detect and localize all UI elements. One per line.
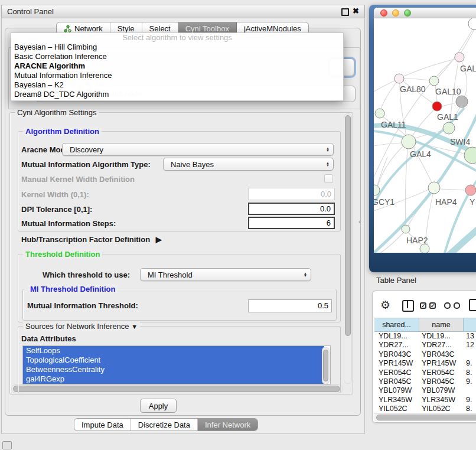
algorithm-option[interactable]: Bayesian – K2 xyxy=(11,80,343,90)
table-cell: YDL19... xyxy=(379,332,407,340)
network-icon xyxy=(64,25,71,32)
network-edge[interactable] xyxy=(461,30,474,53)
network-node[interactable] xyxy=(420,244,429,253)
aracne-mode-value: Discovery xyxy=(70,145,103,154)
algorithm-option[interactable]: Basic Correlation Inference xyxy=(11,52,343,61)
column-header[interactable] xyxy=(464,318,476,332)
tab-impute-data[interactable]: Impute Data xyxy=(74,419,131,431)
table-row[interactable]: YLR345WYLR345W9. xyxy=(374,396,476,405)
tab-label: Infer Network xyxy=(205,420,250,429)
window-minimize-icon[interactable] xyxy=(392,9,399,17)
attribute-item[interactable]: TopologicalCoefficient xyxy=(23,356,324,365)
which-threshold-select[interactable]: MI Threshold ▲▼ xyxy=(140,268,311,281)
which-threshold-label: Which threshold to use: xyxy=(43,270,130,279)
table-row[interactable]: YBR043CYBR043C xyxy=(374,350,476,359)
window-zoom-icon[interactable] xyxy=(404,9,411,17)
network-edge[interactable] xyxy=(442,103,456,106)
aracne-mode-select[interactable]: Discovery ▲▼ xyxy=(62,143,334,156)
manual-kernel-checkbox[interactable] xyxy=(324,174,333,183)
settings-vscroll-thumb[interactable] xyxy=(345,115,351,336)
table-row[interactable]: YIL052CYIL052C8. xyxy=(374,405,476,413)
close-icon[interactable]: ✖ xyxy=(353,6,359,15)
network-node-label: GAL80 xyxy=(400,84,426,94)
table-cell: YLR345W xyxy=(422,396,455,404)
settings-vertical-scrollbar[interactable] xyxy=(344,113,352,384)
select-all-check-icon[interactable]: ✔ xyxy=(420,302,426,309)
deselect-all-icon[interactable] xyxy=(454,302,460,309)
column-header[interactable]: name xyxy=(419,318,464,332)
data-attributes-list[interactable]: SelfLoopsTopologicalCoefficientBetweenne… xyxy=(22,345,331,384)
attribute-item[interactable]: SelfLoops xyxy=(23,346,324,356)
tab-label: Network xyxy=(74,24,103,33)
panel-grip-icon[interactable] xyxy=(2,441,12,449)
tab-discretize-data[interactable]: Discretize Data xyxy=(131,419,198,431)
table-row[interactable]: YBR045CYBR045C9. xyxy=(374,377,476,386)
kernel-width-label: Kernel Width (0,1): xyxy=(21,190,89,199)
mi-algorithm-type-value: Naive Bayes xyxy=(171,160,214,169)
network-node[interactable] xyxy=(375,109,384,118)
table-horizontal-scrollbar[interactable] xyxy=(374,413,476,421)
table-cell: YBR045C xyxy=(422,377,455,386)
table-header-row: shared...name xyxy=(374,318,476,332)
table-panel-title: Table Panel xyxy=(376,276,416,285)
collapse-down-icon[interactable]: ▼ xyxy=(131,323,138,330)
network-edge[interactable] xyxy=(404,79,429,80)
network-node[interactable] xyxy=(465,185,476,195)
table-row[interactable]: YPR145WYPR145W9. xyxy=(374,359,476,368)
network-node[interactable] xyxy=(428,182,440,194)
network-node[interactable] xyxy=(429,76,439,86)
network-node[interactable] xyxy=(456,96,468,107)
apply-button[interactable]: Apply xyxy=(140,399,177,413)
mi-algorithm-type-select[interactable]: Naive Bayes ▲▼ xyxy=(163,158,334,171)
network-node[interactable] xyxy=(402,225,410,233)
table-row[interactable]: YER054CYER054C8. xyxy=(374,369,476,377)
algorithm-option[interactable]: ARACNE Algorithm xyxy=(11,61,343,71)
column-header[interactable]: shared... xyxy=(374,318,419,332)
network-node[interactable] xyxy=(443,122,455,134)
network-edge[interactable] xyxy=(374,143,402,146)
splitter-collapse-icon[interactable]: ‹ xyxy=(358,218,361,225)
table-cell: YIL052C xyxy=(379,405,407,413)
algorithm-option[interactable]: Dream8 DC_TDC Algorithm xyxy=(11,90,343,99)
deselect-all-icon[interactable] xyxy=(444,302,451,309)
network-node[interactable] xyxy=(468,18,476,30)
network-edge-highlight[interactable] xyxy=(449,228,476,253)
network-canvas[interactable]: GAL7GAL80GAL10GAL1GAL11GAL4SWI4GCY1HAP4Y… xyxy=(374,18,476,253)
tab-label: Discretize Data xyxy=(138,420,190,429)
kernel-width-input[interactable]: 0.0 xyxy=(248,188,335,200)
attributes-scroll-thumb[interactable] xyxy=(323,350,328,381)
network-node[interactable] xyxy=(395,74,404,83)
attributes-list-scrollbar[interactable] xyxy=(322,347,330,384)
table-row[interactable]: YDL19...YDL19...13 xyxy=(374,332,476,341)
attribute-item[interactable]: BetweennessCentrality xyxy=(23,365,324,374)
tab-label: Style xyxy=(118,24,135,33)
network-node[interactable] xyxy=(402,135,416,149)
table-cell: 12 xyxy=(466,341,474,349)
select-all-check-icon[interactable]: ✔ xyxy=(429,302,436,309)
network-edge[interactable] xyxy=(440,189,465,190)
table-row[interactable]: YDR27...YDR27...12 xyxy=(374,341,476,350)
network-node[interactable] xyxy=(455,53,464,62)
network-node[interactable] xyxy=(432,102,442,111)
window-close-icon[interactable] xyxy=(380,9,387,17)
tab-infer-network[interactable]: Infer Network xyxy=(198,419,257,431)
float-window-icon[interactable] xyxy=(341,8,349,16)
table-row[interactable]: YBL079WYBL079W xyxy=(374,386,476,395)
network-node-label: GCY1 xyxy=(374,197,395,207)
algorithm-option[interactable]: Mutual Information Inference xyxy=(11,71,343,80)
mi-steps-input[interactable]: 6 xyxy=(248,217,335,229)
hub-section-toggle[interactable]: Hub/Transcription Factor Definition ▶ xyxy=(21,235,162,244)
algorithm-option[interactable]: Bayesian – Hill Climbing xyxy=(11,43,343,52)
export-table-icon[interactable] xyxy=(469,299,476,311)
network-node-label: GAL7 xyxy=(460,64,476,73)
gear-icon[interactable]: ⚙ xyxy=(380,298,390,312)
sources-group-title[interactable]: Sources for Network Inference ▼ xyxy=(23,322,140,331)
attribute-item[interactable]: gal4RGexp xyxy=(23,374,324,384)
mi-threshold-label: Mutual Information Threshold: xyxy=(27,301,138,310)
mi-threshold-input[interactable]: 0.5 xyxy=(248,299,332,312)
expand-right-icon[interactable]: ▶ xyxy=(156,235,162,244)
network-window-titlebar xyxy=(374,8,476,18)
dpi-tolerance-input[interactable]: 0.0 xyxy=(248,203,335,215)
column-layout-icon[interactable] xyxy=(402,300,414,312)
table-hscroll-thumb[interactable] xyxy=(376,415,476,420)
